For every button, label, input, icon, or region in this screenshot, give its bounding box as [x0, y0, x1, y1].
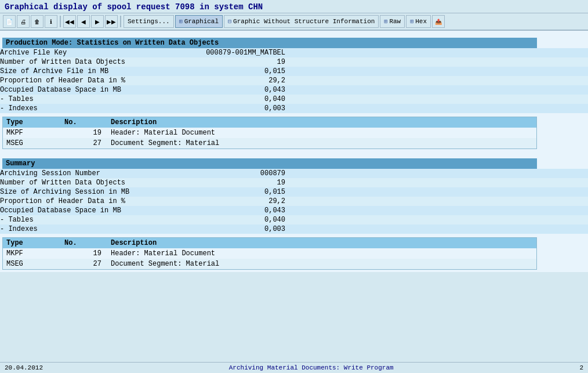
data-value: 0,003	[174, 225, 290, 233]
col-type-cell: MKPF	[6, 249, 64, 258]
col-type-cell: MSEG	[6, 139, 64, 147]
table-row: - Indexes0,003	[0, 224, 588, 234]
footer-date: 20.04.2012	[5, 364, 43, 371]
col-no-cell: 19	[64, 129, 111, 137]
data-label: - Indexes	[0, 225, 174, 233]
table-row: Proportion of Header Data in %29,2	[0, 76, 588, 85]
col-desc-header-1: Description	[111, 118, 533, 126]
data-value: 0,040	[174, 216, 290, 224]
col-no-cell: 27	[64, 260, 111, 268]
graphic-no-struct-icon: ⊟	[228, 18, 231, 25]
data-value: 29,2	[174, 77, 290, 85]
data-label: Size of Archive File in MB	[0, 67, 174, 75]
section2-table: Type No. Description MKPF19Header: Mater…	[2, 237, 537, 270]
col-type-header-1: Type	[6, 118, 64, 126]
graphic-no-struct-button[interactable]: ⊟ Graphic Without Structure Information	[224, 15, 379, 28]
col-desc-cell: Header: Material Document	[111, 129, 533, 137]
col-type-cell: MKPF	[6, 129, 64, 137]
table-row: Occupied Database Space in MB0,043	[0, 206, 588, 215]
nav-back-button[interactable]: ◀	[77, 15, 90, 28]
main-content: Production Mode: Statistics on Written D…	[0, 31, 588, 272]
data-value: 0,015	[174, 67, 290, 75]
data-label: Proportion of Header Data in %	[0, 197, 174, 205]
raw-icon: ⊞	[384, 18, 387, 25]
section2-data-rows: Archiving Session Number000879Number of …	[0, 169, 588, 234]
table-row: MKPF19Header: Material Document	[3, 248, 536, 259]
section1-table-body: MKPF19Header: Material DocumentMSEG27Doc…	[3, 128, 536, 149]
data-label: Archiving Session Number	[0, 169, 174, 178]
data-value: 000879-001MM_MATBEL	[174, 49, 290, 57]
col-desc-header-2: Description	[111, 239, 533, 247]
table-row: - Indexes0,003	[0, 104, 588, 113]
data-label: - Indexes	[0, 104, 174, 113]
data-label: Occupied Database Space in MB	[0, 86, 174, 94]
page-title: Graphical display of spool request 7098 …	[5, 2, 263, 12]
section2-header: Summary	[2, 158, 537, 169]
export-button[interactable]: 📤	[432, 15, 445, 28]
footer-page: 2	[579, 364, 583, 371]
col-desc-cell: Header: Material Document	[111, 249, 533, 258]
data-label: - Tables	[0, 216, 174, 224]
section2-table-body: MKPF19Header: Material DocumentMSEG27Doc…	[3, 248, 536, 269]
table-row: Number of Written Data Objects19	[0, 178, 588, 187]
data-value: 0,043	[174, 86, 290, 94]
table-row: MSEG27Document Segment: Material	[3, 259, 536, 269]
data-value: 29,2	[174, 197, 290, 205]
section1-table: Type No. Description MKPF19Header: Mater…	[2, 117, 537, 149]
spacer-3	[0, 149, 588, 154]
data-label: Archive File Key	[0, 49, 174, 57]
table-row: MSEG27Document Segment: Material	[3, 138, 536, 149]
table-row: Proportion of Header Data in %29,2	[0, 197, 588, 206]
table-row: - Tables0,040	[0, 215, 588, 224]
hex-icon: ⊞	[410, 18, 413, 25]
raw-button[interactable]: ⊞ Raw	[380, 15, 405, 28]
nav-back2-button[interactable]: ◀◀	[63, 15, 76, 28]
spacer-1	[0, 33, 588, 38]
data-label: Proportion of Header Data in %	[0, 77, 174, 85]
col-type-header-2: Type	[6, 239, 64, 247]
toolbar-separator-1	[60, 16, 61, 27]
footer: 20.04.2012 Archiving Material Documents:…	[0, 362, 588, 373]
table-row: Archiving Session Number000879	[0, 169, 588, 178]
section1-header: Production Mode: Statistics on Written D…	[2, 38, 537, 48]
col-type-cell: MSEG	[6, 260, 64, 268]
col-desc-cell: Document Segment: Material	[111, 260, 533, 268]
section1-data-rows: Archive File Key000879-001MM_MATBELNumbe…	[0, 48, 588, 113]
delete-button[interactable]: 🗑	[31, 15, 43, 28]
data-value: 0,003	[174, 104, 290, 113]
hex-button[interactable]: ⊞ Hex	[406, 15, 431, 28]
table-row: Occupied Database Space in MB0,043	[0, 85, 588, 95]
data-value: 000879	[174, 169, 290, 178]
section2-table-header: Type No. Description	[3, 238, 536, 248]
table-row: Archive File Key000879-001MM_MATBEL	[0, 48, 588, 57]
info-button[interactable]: ℹ	[45, 15, 57, 28]
toolbar-separator-2	[120, 16, 121, 27]
data-value: 0,040	[174, 95, 290, 103]
col-no-cell: 27	[64, 139, 111, 147]
table-row: Size of Archiving Session in MB0,015	[0, 187, 588, 197]
print-button[interactable]: 🖨	[17, 15, 30, 28]
col-desc-cell: Document Segment: Material	[111, 139, 533, 147]
nav-fwd2-button[interactable]: ▶▶	[105, 15, 118, 28]
data-value: 0,015	[174, 188, 290, 196]
graphical-button[interactable]: ⊞ Graphical	[175, 15, 223, 28]
data-label: Number of Written Data Objects	[0, 58, 174, 66]
col-no-header-2: No.	[64, 239, 111, 247]
new-doc-button[interactable]: 📄	[3, 15, 16, 28]
table-row: Size of Archive File in MB0,015	[0, 67, 588, 76]
spacer-4	[0, 154, 588, 158]
data-label: Occupied Database Space in MB	[0, 207, 174, 215]
data-label: Size of Archiving Session in MB	[0, 188, 174, 196]
col-no-cell: 19	[64, 249, 111, 258]
data-value: 19	[174, 58, 290, 66]
data-value: 0,043	[174, 207, 290, 215]
toolbar: 📄 🖨 🗑 ℹ ◀◀ ◀ ▶ ▶▶ Settings... ⊞ Graphica…	[0, 13, 588, 31]
table-row: - Tables0,040	[0, 95, 588, 104]
data-value: 19	[174, 179, 290, 187]
graphical-icon: ⊞	[179, 18, 183, 25]
table-row: Number of Written Data Objects19	[0, 57, 588, 67]
settings-button[interactable]: Settings...	[124, 15, 174, 28]
section1-table-header: Type No. Description	[3, 117, 536, 128]
nav-fwd-button[interactable]: ▶	[91, 15, 104, 28]
data-label: Number of Written Data Objects	[0, 179, 174, 187]
